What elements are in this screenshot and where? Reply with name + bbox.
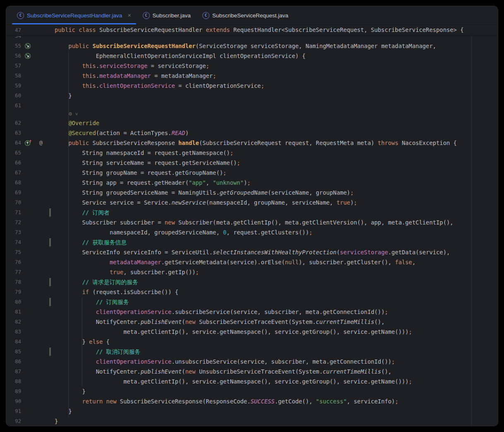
code-line-64: 64@ public SubscribeServiceResponse hand… [6,138,498,148]
code-line-86: 86 clientOperationService.unsubscribeSer… [6,357,498,367]
code-line-text[interactable]: Service service = Service.newService(nam… [55,198,357,208]
change-marker[interactable] [49,238,51,246]
code-line-text[interactable]: if (request.isSubscribe()) { [55,287,178,297]
spring-bean-icon[interactable] [24,43,31,49]
code-line-text[interactable]: NotifyCenter.publishEvent(new SubscribeS… [55,317,384,327]
code-line-text[interactable]: // 获取服务信息 [55,237,127,247]
code-line-text[interactable]: public SubscribeServiceResponse handle(S… [55,138,457,148]
code-line-83: 83 meta.getClientIp(), service.getNamesp… [6,327,498,337]
line-number: 74 [6,237,21,247]
code-editor[interactable]: 5455 public SubscribeServiceRequestHandl… [6,36,498,426]
code-line-text[interactable]: String namespaceId = request.getNamespac… [55,148,233,158]
code-line-text[interactable]: } [55,386,86,396]
code-line-69: 69 String groupedServiceName = NamingUti… [6,188,498,198]
code-line-90: 90 return new SubscribeServiceResponse(R… [6,396,498,406]
code-line-text[interactable]: ServiceInfo serviceInfo = ServiceUtil.se… [55,247,450,257]
line-number: 57 [6,61,21,71]
code-line-87: 87 NotifyCenter.publishEvent(new Unsubsc… [6,367,498,376]
code-line-text[interactable]: meta.getClientIp(), service.getNamespace… [55,327,412,337]
line-number: 78 [6,277,21,287]
line-number: 60 [6,91,21,101]
code-line-80: 80 // 订阅服务 [6,297,498,307]
code-line-text[interactable]: @Override [55,118,99,128]
overrides-method-icon[interactable] [24,140,31,146]
code-line-text[interactable]: namespaceId, groupedServiceName, 0, requ… [55,227,312,237]
code-line-text[interactable]: clientOperationService.subscribeService(… [55,307,388,317]
tab-label: Subscriber.java [153,12,191,19]
line-number: 80 [6,297,21,307]
annotation-gutter-icon[interactable]: @ [39,140,46,146]
line-number: 63 [6,128,21,138]
inlay-hint-row: ⚙ ˅ [6,111,498,118]
line-number: 70 [6,198,21,208]
line-number: 86 [6,357,21,367]
code-line-text[interactable]: this.serviceStorage = serviceStorage; [55,61,209,71]
code-line-66: 66 String serviceName = request.getServi… [6,158,498,168]
indent-guide-level-1 [68,51,69,416]
line-number: 88 [6,376,21,386]
code-line-text[interactable]: } [55,416,58,426]
code-line-text[interactable]: // 取消订阅服务 [55,347,140,357]
indent-guide-level-2 [82,297,82,386]
code-line-text[interactable]: } [55,406,72,416]
change-marker[interactable] [49,348,51,356]
change-marker[interactable] [49,298,51,306]
code-line-text[interactable]: EphemeralClientOperationServiceImpl clie… [55,51,305,61]
code-line-text[interactable]: this.clientOperationService = clientOper… [55,81,264,91]
code-line-text[interactable]: NotifyCenter.publishEvent(new Unsubscrib… [55,367,391,376]
code-line-75: 75 ServiceInfo serviceInfo = ServiceUtil… [6,247,498,257]
line-number: 79 [6,287,21,297]
partially-scrolled-line: 54 [6,36,498,41]
code-line-text[interactable]: meta.getClientIp(), service.getNamespace… [55,376,412,386]
code-line-text[interactable]: // 请求是订阅的服务 [55,277,138,287]
code-line-79: 79 if (request.isSubscribe()) { [6,287,498,297]
code-line-73: 73 namespaceId, groupedServiceName, 0, r… [6,227,498,237]
line-number: 81 [6,307,21,317]
code-line-82: 82 NotifyCenter.publishEvent(new Subscri… [6,317,498,327]
code-line-text[interactable]: public class SubscribeServiceRequestHand… [55,25,463,35]
code-line-text[interactable]: metadataManager.getServiceMetadata(servi… [55,257,415,267]
code-line-59: 59 this.clientOperationService = clientO… [6,81,498,91]
line-number: 75 [6,247,21,257]
tab-label: SubscribeServiceRequest.java [212,12,288,19]
tab-close-icon[interactable]: × [127,12,131,18]
tab-bar: CSubscribeServiceRequestHandler.java×CSu… [6,6,498,25]
change-marker[interactable] [49,278,51,286]
code-line-text[interactable]: Subscriber subscriber = new Subscriber(m… [55,217,454,227]
tab-label: SubscribeServiceRequestHandler.java [27,12,122,19]
code-line-text[interactable]: String serviceName = request.getServiceN… [55,158,240,168]
code-line-67: 67 String groupName = request.getGroupNa… [6,168,498,178]
line-number: 61 [6,101,21,111]
change-marker[interactable] [49,208,51,217]
code-line-text[interactable]: true, subscriber.getIp()); [55,267,199,277]
line-number: 77 [6,267,21,277]
code-line-text[interactable]: String app = request.getHeader("app", "u… [55,178,251,188]
line-number: 69 [6,188,21,198]
code-line-text[interactable]: // 订阅服务 [55,297,129,307]
class-icon: C [17,12,24,19]
tab-1[interactable]: CSubscribeServiceRequestHandler.java× [11,6,137,24]
sticky-line-47[interactable]: 47public class SubscribeServiceRequestHa… [6,25,498,36]
line-number: 85 [6,347,21,357]
code-line-text[interactable]: return new SubscribeServiceResponse(Resp… [55,396,398,406]
code-line-text[interactable]: // 订阅者 [55,208,110,217]
code-line-text[interactable]: } [55,91,72,101]
right-margin-line [471,36,472,426]
spring-bean-icon[interactable] [24,53,31,59]
code-line-text[interactable]: String groupedServiceName = NamingUtils.… [55,188,354,198]
line-number: 73 [6,227,21,237]
tab-2[interactable]: CSubscriber.java [137,6,197,24]
line-number: 82 [6,317,21,327]
line-number: 87 [6,367,21,376]
line-number: 89 [6,386,21,396]
code-line-text[interactable]: @Secured(action = ActionTypes.READ) [55,128,189,138]
code-line-77: 77 true, subscriber.getIp()); [6,267,498,277]
code-line-text[interactable]: String groupName = request.getGroupName(… [55,168,226,178]
line-number: 56 [6,51,21,61]
code-line-text[interactable]: this.metadataManager = metadataManager; [55,71,216,81]
code-line-text[interactable]: clientOperationService.unsubscribeServic… [55,357,395,367]
tab-3[interactable]: CSubscribeServiceRequest.java [197,6,294,24]
code-line-55: 55 public SubscribeServiceRequestHandler… [6,41,498,51]
code-line-text[interactable]: public SubscribeServiceRequestHandler(Se… [55,41,436,51]
intention-settings-icon[interactable]: ⚙ ˅ [68,111,79,117]
